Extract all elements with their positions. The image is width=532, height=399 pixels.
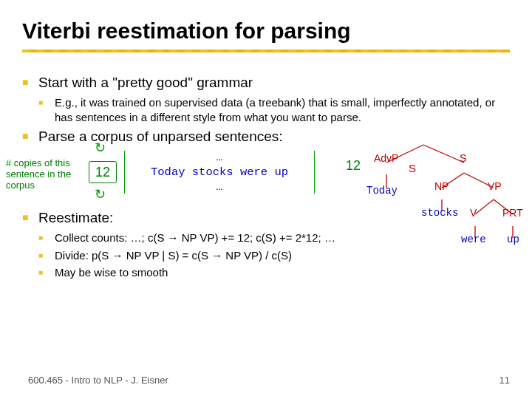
sentence-line: Today stocks were up: [125, 164, 314, 179]
svg-line-1: [423, 145, 464, 163]
node-s-root-annotation: S: [409, 162, 416, 174]
slide-footer: 600.465 - Intro to NLP - J. Eisner: [28, 375, 168, 386]
slide-title: Viterbi reestimation for parsing: [0, 0, 532, 50]
node-s: S: [460, 152, 466, 164]
slide-content: Start with a "pretty good" grammar E.g.,…: [0, 75, 532, 280]
node-advp: AdvP: [374, 152, 398, 164]
sentence-example-area: ↻ # copies of this sentence in the corpu…: [22, 151, 510, 202]
tree-count-12: 12: [346, 158, 361, 174]
copies-label: # copies of this sentence in the corpus: [6, 158, 87, 191]
subbullet-treebank: E.g., it was trained on supervised data …: [38, 95, 510, 124]
subbullet-smooth: May be wise to smooth: [38, 265, 510, 280]
sentence-box: … Today stocks were up …: [124, 151, 315, 194]
node-vp: VP: [488, 180, 502, 192]
loop-icon: ↻: [95, 140, 106, 156]
title-underline: [22, 50, 510, 52]
node-np: NP: [434, 180, 449, 192]
loop-icon: ↻: [95, 186, 106, 202]
ellipsis-bottom: …: [125, 179, 314, 194]
subbullet-divide: Divide: p(S → NP VP | S) = c(S → NP VP) …: [38, 248, 510, 263]
bullet-start-grammar: Start with a "pretty good" grammar E.g.,…: [22, 75, 510, 124]
copies-count-box: 12: [89, 161, 117, 183]
bullet-text: Reestimate:: [38, 210, 113, 225]
leaf-today: Today: [366, 185, 398, 197]
ellipsis-top: …: [125, 151, 314, 164]
bullet-reestimate: Reestimate: Collect counts: …; c(S → NP …: [22, 210, 510, 280]
bullet-text: Start with a "pretty good" grammar: [38, 75, 253, 90]
subbullet-collect-counts: Collect counts: …; c(S → NP VP) += 12; c…: [38, 231, 510, 245]
page-number: 11: [499, 375, 510, 386]
